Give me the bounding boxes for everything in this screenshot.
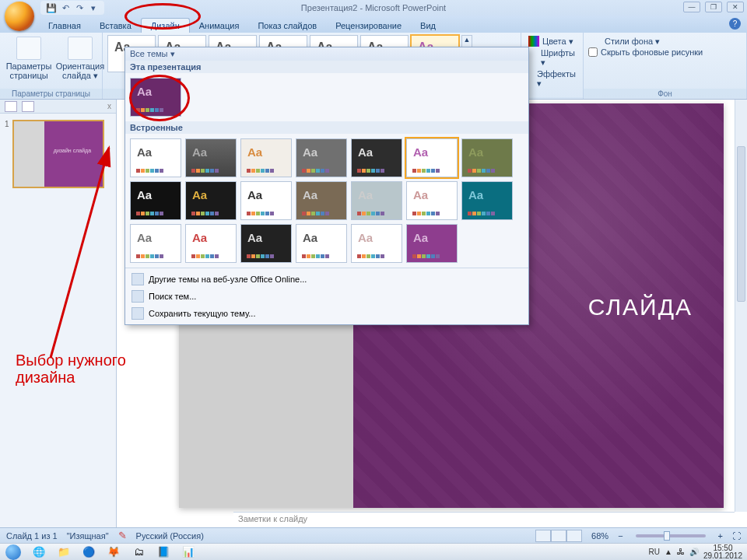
task-powerpoint-icon[interactable]: 📊 [177,544,200,560]
tray-clock[interactable]: 15:5029.01.2012 [703,544,742,560]
search-icon [132,290,144,303]
gallery-theme-thumb[interactable]: Aa [351,224,402,263]
tab-review[interactable]: Рецензирование [326,19,411,33]
normal-view-icon[interactable] [535,530,551,542]
status-slide-count: Слайд 1 из 1 [6,531,58,541]
group-title-page: Параметры страницы [0,89,102,98]
fonts-button[interactable]: Шрифты ▾ [526,47,578,68]
tray-volume-icon[interactable]: 🔊 [689,548,699,556]
save-icon [132,307,144,320]
themes-gallery-dropdown: Все темы ▾ Эта презентация Aa Встроенные… [124,47,529,325]
tab-insert[interactable]: Вставка [90,19,141,33]
slide-title-text: СЛАЙДА [588,294,693,320]
page-setup-button[interactable]: Параметры страницы [5,35,53,82]
gallery-section-this: Эта презентация [125,61,528,73]
task-folder-icon[interactable]: 🗂 [127,544,150,560]
gallery-theme-thumb[interactable]: Aa [130,181,181,220]
orientation-icon [68,37,93,60]
gallery-theme-thumb[interactable]: Aa [185,181,237,220]
close-pane-icon[interactable]: x [107,102,111,110]
status-bar: Слайд 1 из 1 "Изящная" ✎ Русский (Россия… [0,527,747,543]
tab-home[interactable]: Главная [39,19,90,33]
vertical-scrollbar[interactable] [735,100,747,512]
gallery-theme-thumb[interactable]: Aa [185,224,237,263]
task-firefox-icon[interactable]: 🦊 [102,544,125,560]
tab-design[interactable]: Дизайн [141,18,190,33]
tab-slideshow[interactable]: Показ слайдов [248,19,326,33]
thumbnails-view-icon[interactable] [5,101,17,112]
page-setup-icon [16,37,41,60]
window-title: Презентация2 - Microsoft PowerPoint [301,3,446,12]
gallery-header[interactable]: Все темы ▾ [125,47,528,61]
task-media-icon[interactable]: 🔵 [77,544,100,560]
gallery-theme-thumb[interactable]: Aa [185,138,237,177]
help-icon[interactable]: ? [729,18,741,30]
gallery-theme-thumb[interactable]: Aa [351,138,402,177]
slide-thumbnails-pane: x 1 дизайн слайда [0,100,117,527]
status-language[interactable]: Русский (Россия) [136,531,204,541]
qat-more-icon[interactable]: ▾ [87,2,100,14]
hide-bg-checkbox[interactable]: Скрыть фоновые рисунки [588,47,742,57]
gallery-theme-thumb[interactable]: Aa [240,138,292,177]
gallery-theme-thumb[interactable]: Aa [296,224,347,263]
slide-thumb-text: дизайн слайда [54,148,91,153]
spellcheck-icon[interactable]: ✎ [118,530,127,541]
save-icon[interactable]: 💾 [45,2,58,14]
gallery-section-builtin: Встроенные [125,121,528,134]
redo-icon[interactable]: ↷ [73,2,86,14]
slide-orientation-button[interactable]: Ориентация слайда ▾ [56,35,104,82]
task-ie-icon[interactable]: 🌐 [27,544,51,560]
gallery-theme-thumb[interactable]: Aa [130,224,181,263]
colors-button[interactable]: Цвета ▾ [526,35,578,47]
gallery-theme-thumb[interactable]: Aa [240,181,292,220]
notes-input[interactable]: Заметки к слайду [233,512,735,527]
gallery-theme-thumb[interactable]: Aa [351,181,402,220]
task-word-icon[interactable]: 📘 [152,544,175,560]
zoom-slider[interactable] [636,534,706,537]
gallery-theme-thumb[interactable]: Aa [461,138,513,177]
colors-icon [528,36,539,47]
gallery-theme-thumb[interactable]: Aa [406,224,458,263]
office-button[interactable] [5,2,34,31]
group-title-bg: Фон [584,89,746,98]
gallery-theme-thumb[interactable]: Aa [461,181,513,220]
gallery-theme-thumb[interactable]: Aa [406,138,458,177]
status-theme-name: "Изящная" [67,531,109,541]
gallery-search-themes[interactable]: Поиск тем... [125,288,528,305]
gallery-theme-thumb[interactable]: Aa [406,181,458,220]
gallery-more-online[interactable]: Другие темы на веб-узле Office Online... [125,271,528,288]
task-explorer-icon[interactable]: 📁 [52,544,75,560]
slide-number: 1 [5,120,9,188]
zoom-percent[interactable]: 68% [591,531,608,541]
fit-window-icon[interactable]: ⛶ [732,531,741,541]
gallery-theme-thumb[interactable]: Aa [130,78,181,117]
gallery-save-theme[interactable]: Сохранить текущую тему... [125,305,528,322]
bg-styles-icon [591,36,601,47]
background-styles-button[interactable]: Стили фона ▾ [588,35,742,47]
close-button[interactable]: ✕ [727,2,744,12]
undo-icon[interactable]: ↶ [59,2,72,14]
tray-network-icon[interactable]: 🖧 [677,548,685,556]
gallery-theme-thumb[interactable]: Aa [130,138,181,177]
globe-icon [132,273,144,285]
slide-thumbnail[interactable]: дизайн слайда [12,120,104,188]
maximize-button[interactable]: ❐ [705,2,722,12]
minimize-button[interactable]: — [683,2,700,12]
tab-animation[interactable]: Анимация [190,19,249,33]
gallery-theme-thumb[interactable]: Aa [296,181,347,220]
tray-flag-icon[interactable]: ▲ [665,548,672,556]
group-title-themes2 [521,97,583,98]
zoom-in-icon[interactable]: + [718,531,723,541]
zoom-out-icon[interactable]: − [618,531,622,541]
sorter-view-icon[interactable] [551,530,566,542]
outline-view-icon[interactable] [22,101,34,112]
ribbon-tabs: Главная Вставка Дизайн Анимация Показ сл… [0,16,747,33]
tab-view[interactable]: Вид [411,19,445,33]
slideshow-view-icon[interactable] [566,530,582,542]
annotation-text: Выбор нужного дизайна [16,352,126,386]
gallery-theme-thumb[interactable]: Aa [296,138,347,177]
tray-lang[interactable]: RU [649,548,660,556]
gallery-theme-thumb[interactable]: Aa [240,224,292,263]
start-button[interactable] [0,544,26,561]
effects-button[interactable]: Эффекты ▾ [526,68,578,89]
